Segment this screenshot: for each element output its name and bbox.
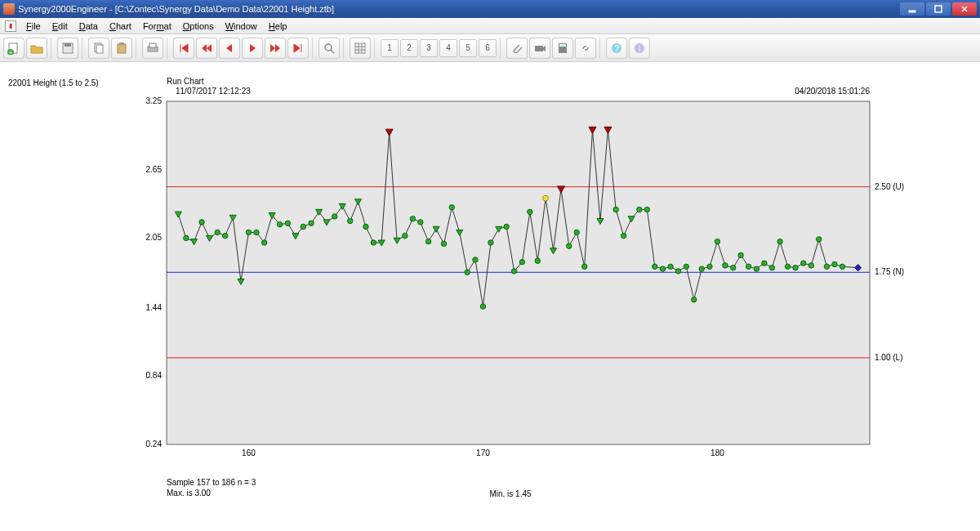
svg-point-81 [692, 297, 697, 302]
svg-point-47 [301, 224, 305, 229]
svg-point-53 [403, 233, 408, 238]
menu-options[interactable]: Options [178, 20, 219, 33]
attach-button[interactable] [506, 38, 528, 59]
maximize-button[interactable] [926, 2, 951, 16]
chart-footer-left: Sample 157 to 186 n = 3 Max. is 3.00 [167, 477, 256, 498]
svg-point-51 [363, 224, 368, 229]
svg-rect-10 [119, 42, 124, 45]
svg-rect-22 [167, 101, 870, 444]
svg-text:2.65: 2.65 [146, 165, 163, 174]
svg-point-50 [348, 218, 353, 223]
print-button[interactable] [142, 38, 163, 59]
svg-rect-17 [559, 44, 566, 47]
svg-rect-9 [118, 44, 126, 53]
menu-window[interactable]: Window [220, 20, 262, 33]
svg-point-91 [769, 266, 774, 270]
svg-point-92 [777, 239, 782, 243]
svg-rect-0 [909, 11, 915, 12]
svg-rect-1 [935, 6, 942, 12]
svg-point-48 [309, 221, 314, 225]
camera-button[interactable] [529, 38, 550, 59]
svg-point-40 [215, 230, 220, 234]
svg-text:+: + [9, 49, 13, 55]
app-icon [3, 3, 15, 15]
svg-point-100 [840, 264, 844, 269]
chart-icon: ▮ [5, 20, 16, 32]
chart-container: 22001 Height (1.5 to 2.5) Run Chart 11/0… [65, 78, 956, 506]
nav-forward-button[interactable] [265, 38, 286, 59]
svg-text:0.84: 0.84 [146, 371, 163, 380]
save-button[interactable] [57, 38, 78, 59]
svg-point-52 [371, 240, 376, 245]
nav-first-button[interactable] [173, 38, 194, 59]
calculator-button[interactable] [552, 38, 573, 59]
nav-rewind-button[interactable] [196, 38, 217, 59]
svg-text:2.50 (U): 2.50 (U) [875, 182, 904, 191]
zoom-button[interactable] [318, 38, 340, 59]
close-button[interactable] [952, 2, 977, 16]
svg-point-77 [660, 266, 665, 271]
preset-2-button[interactable]: 2 [400, 39, 418, 57]
preset-1-button[interactable]: 1 [381, 39, 399, 57]
preset-5-button[interactable]: 5 [459, 39, 477, 57]
svg-point-59 [465, 270, 470, 274]
svg-rect-8 [96, 45, 103, 53]
link-button[interactable] [575, 38, 596, 59]
svg-point-80 [684, 264, 688, 269]
workspace: 22001 Height (1.5 to 2.5) Run Chart 11/0… [0, 62, 980, 531]
svg-point-84 [715, 239, 719, 243]
svg-point-74 [637, 207, 642, 212]
svg-rect-15 [535, 46, 543, 51]
preset-3-button[interactable]: 3 [420, 39, 438, 57]
svg-point-83 [707, 264, 712, 269]
svg-rect-14 [355, 43, 365, 53]
info-button[interactable]: i [629, 38, 650, 59]
svg-point-45 [277, 221, 282, 226]
svg-point-79 [675, 269, 680, 274]
svg-point-58 [449, 205, 454, 210]
svg-point-46 [285, 221, 290, 225]
svg-point-86 [730, 266, 735, 270]
minimize-button[interactable] [900, 2, 924, 16]
nav-last-button[interactable] [287, 38, 309, 59]
svg-point-88 [746, 264, 751, 269]
svg-point-43 [254, 230, 259, 234]
svg-rect-12 [149, 43, 156, 47]
preset-6-button[interactable]: 6 [479, 39, 497, 57]
svg-text:i: i [639, 44, 640, 53]
min-label: Min. is 1.45 [489, 489, 531, 498]
title-bar: Synergy2000Engineer - [C:\Zontec\Synergy… [0, 0, 980, 18]
svg-point-56 [425, 239, 430, 243]
svg-rect-6 [65, 43, 71, 47]
date-end: 04/20/2018 15:01:26 [795, 87, 870, 96]
svg-text:1.00 (L): 1.00 (L) [875, 353, 902, 362]
svg-point-66 [528, 209, 532, 214]
nav-prev-button[interactable] [219, 38, 240, 59]
svg-point-65 [519, 260, 524, 265]
copy-button[interactable] [88, 38, 109, 59]
svg-point-62 [488, 240, 493, 245]
menu-edit[interactable]: Edit [47, 20, 73, 33]
svg-text:180: 180 [710, 448, 724, 457]
menu-bar: ▮ File Edit Data Chart Format Options Wi… [0, 18, 980, 34]
menu-help[interactable]: Help [264, 20, 292, 33]
menu-chart[interactable]: Chart [105, 20, 136, 33]
menu-data[interactable]: Data [74, 20, 103, 33]
grid-button[interactable] [350, 38, 371, 59]
svg-point-68 [543, 195, 549, 201]
preset-4-button[interactable]: 4 [439, 39, 457, 57]
max-label: Max. is 3.00 [167, 488, 256, 498]
menu-file[interactable]: File [21, 20, 46, 33]
svg-point-71 [582, 264, 587, 269]
menu-format[interactable]: Format [138, 20, 176, 33]
nav-next-button[interactable] [242, 38, 263, 59]
open-button[interactable] [26, 38, 47, 59]
svg-text:1.44: 1.44 [146, 303, 163, 312]
new-button[interactable]: + [3, 38, 24, 59]
svg-point-13 [325, 44, 332, 51]
svg-point-75 [644, 207, 649, 212]
svg-point-55 [418, 220, 423, 225]
paste-button[interactable] [111, 38, 132, 59]
help-button[interactable]: ? [606, 38, 627, 59]
svg-point-39 [199, 220, 204, 225]
